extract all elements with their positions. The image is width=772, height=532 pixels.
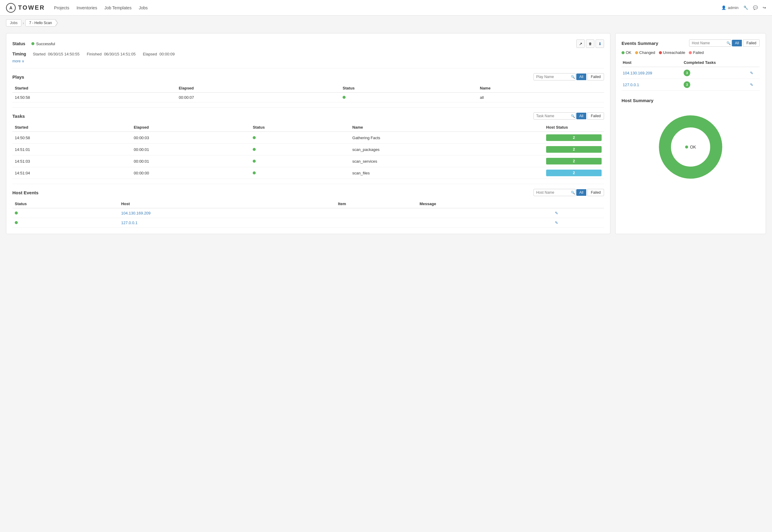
tasks-col-elapsed: Elapsed	[131, 123, 251, 132]
host-events-failed-button[interactable]: Failed	[588, 189, 604, 196]
logout-icon[interactable]: ↩	[763, 5, 766, 10]
task-name: scan_packages	[350, 144, 544, 155]
donut-chart: OK	[658, 114, 724, 180]
breadcrumb-jobs[interactable]: Jobs	[6, 19, 21, 27]
donut-chart-container: OK	[622, 108, 760, 186]
host-events-title: Host Events	[12, 190, 39, 195]
nav-jobs[interactable]: Jobs	[139, 5, 148, 10]
more-link[interactable]: more ∨	[12, 59, 24, 63]
task-progress-bar[interactable]: 2	[546, 170, 602, 176]
main-content: Status Successful ↗ 🗑 ⬇ Timing Started 0…	[0, 30, 772, 240]
delete-button[interactable]: 🗑	[586, 39, 595, 48]
plays-table: Started Elapsed Status Name 14:50:58 00:…	[12, 84, 604, 102]
plays-all-button[interactable]: All	[576, 74, 586, 80]
host-events-search-input[interactable]	[533, 189, 576, 196]
task-started: 14:50:58	[12, 132, 131, 144]
external-link-button[interactable]: ↗	[576, 39, 585, 48]
task-progress-bar[interactable]: 2	[546, 146, 602, 153]
task-host-status: 2	[544, 155, 604, 167]
task-name: Gathering Facts	[350, 132, 544, 144]
status-actions: ↗ 🗑 ⬇	[576, 39, 604, 48]
user-icon: 👤	[721, 5, 726, 10]
task-elapsed: 00:00:03	[131, 132, 251, 144]
play-elapsed: 00:00:07	[176, 92, 341, 102]
es-edit[interactable]: ✎	[749, 67, 760, 79]
status-label: Status	[12, 41, 25, 46]
event-summary-row: 104.130.169.209 3 ✎	[622, 67, 760, 79]
plays-failed-button[interactable]: Failed	[588, 73, 604, 80]
host-events-section-header: Host Events 🔍 All Failed	[12, 189, 604, 196]
task-started: 14:51:03	[12, 155, 131, 167]
tasks-col-name: Name	[350, 123, 544, 132]
task-status	[250, 144, 350, 155]
username: admin	[728, 5, 739, 10]
he-col-status: Status	[12, 200, 119, 208]
host-event-row: 104.130.169.209 ✎	[12, 208, 604, 218]
task-status-dot	[253, 171, 256, 174]
he-host-link[interactable]: 127.0.0.1	[121, 221, 137, 225]
download-icon: ⬇	[598, 42, 602, 46]
he-col-message: Message	[417, 200, 552, 208]
nav-job-templates[interactable]: Job Templates	[104, 5, 131, 10]
plays-filter: 🔍 All Failed	[533, 73, 604, 80]
tasks-col-started: Started	[12, 123, 131, 132]
task-status-dot	[253, 160, 256, 163]
host-event-row: 127.0.0.1 ✎	[12, 218, 604, 228]
tasks-col-host-status: Host Status	[544, 123, 604, 132]
nav-inventories[interactable]: Inventories	[77, 5, 97, 10]
he-host-link[interactable]: 104.130.169.209	[121, 211, 151, 215]
host-events-all-button[interactable]: All	[576, 189, 586, 196]
task-progress-bar[interactable]: 2	[546, 158, 602, 164]
legend: OK Changed Unreachable Failed	[622, 50, 760, 55]
task-started: 14:51:01	[12, 144, 131, 155]
tasks-filter: 🔍 All Failed	[533, 112, 604, 120]
play-started: 14:50:58	[12, 92, 176, 102]
he-edit[interactable]: ✎	[552, 208, 604, 218]
chat-icon[interactable]: 💬	[753, 5, 758, 10]
he-status-dot	[15, 221, 18, 224]
legend-ok-label: OK	[626, 50, 632, 55]
play-status	[340, 92, 477, 102]
tasks-col-status: Status	[250, 123, 350, 132]
events-failed-button[interactable]: Failed	[743, 39, 760, 47]
es-host: 127.0.0.1	[622, 79, 683, 91]
donut-center-label: OK	[685, 145, 696, 149]
status-text: Successful	[36, 42, 55, 46]
download-button[interactable]: ⬇	[596, 39, 604, 48]
es-completed: 3	[683, 67, 749, 79]
events-search-input[interactable]	[689, 39, 731, 47]
play-name: all	[477, 92, 604, 102]
he-status	[12, 218, 119, 228]
es-host-link[interactable]: 104.130.169.209	[623, 71, 652, 75]
plays-col-name: Name	[477, 84, 604, 92]
host-summary-title: Host Summary	[622, 98, 760, 103]
legend-ok: OK	[622, 50, 632, 55]
top-nav: A TOWER Projects Inventories Job Templat…	[0, 0, 772, 16]
es-host-link[interactable]: 127.0.0.1	[623, 83, 639, 87]
he-edit[interactable]: ✎	[552, 218, 604, 228]
play-status-dot	[343, 96, 346, 99]
logo-icon: A	[6, 3, 16, 13]
es-completed: 3	[683, 79, 749, 91]
timing-elapsed-value: 00:00:09	[159, 52, 175, 56]
timing-finished-value: 06/30/15 14:51:05	[104, 52, 136, 56]
settings-icon[interactable]: 🔧	[743, 5, 748, 10]
es-edit[interactable]: ✎	[749, 79, 760, 91]
nav-projects[interactable]: Projects	[54, 5, 69, 10]
event-summary-row: 127.0.0.1 3 ✎	[622, 79, 760, 91]
events-all-button[interactable]: All	[732, 40, 742, 46]
tasks-all-button[interactable]: All	[576, 113, 586, 119]
plays-row: 14:50:58 00:00:07 all	[12, 92, 604, 102]
task-progress-bar[interactable]: 2	[546, 134, 602, 141]
plays-title: Plays	[12, 74, 24, 80]
donut-legend-text: OK	[690, 145, 696, 149]
tasks-failed-button[interactable]: Failed	[588, 112, 604, 120]
task-row: 14:51:01 00:00:01 scan_packages 2	[12, 144, 604, 155]
nav-right: 👤 admin 🔧 💬 ↩	[721, 5, 766, 10]
events-col-completed: Completed Tasks	[683, 58, 749, 67]
legend-failed-label: Failed	[693, 50, 704, 55]
events-summary-title: Events Summary	[622, 41, 658, 46]
task-status	[250, 167, 350, 179]
tasks-search-input[interactable]	[533, 112, 576, 120]
plays-search-input[interactable]	[533, 73, 576, 80]
